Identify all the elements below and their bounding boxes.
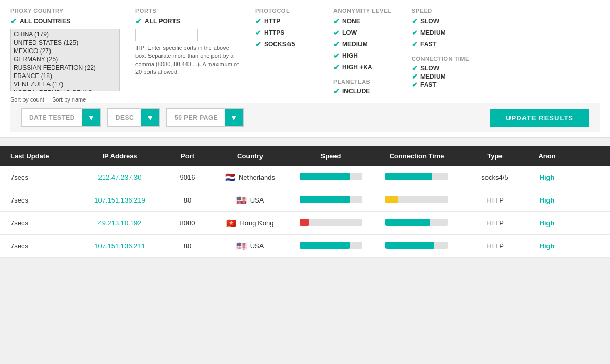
cell-ip[interactable]: 107.151.136.211 <box>73 242 167 250</box>
planetlab-include[interactable]: ✔ INCLUDE <box>333 87 396 95</box>
cell-speed <box>292 173 370 182</box>
speed-bar-fill <box>300 242 350 249</box>
anon-none[interactable]: ✔ NONE <box>333 17 396 26</box>
desc-select[interactable]: DESC ▼ <box>107 108 160 127</box>
ip-link[interactable]: 212.47.237.30 <box>98 173 141 181</box>
list-item[interactable]: MEXICO (27) <box>12 47 118 55</box>
ip-link[interactable]: 107.151.136.219 <box>94 196 145 204</box>
per-page-label: 50 PER PAGE <box>167 110 225 125</box>
header-speed: Speed <box>292 152 370 160</box>
conn-bar-fill <box>385 173 432 180</box>
cell-country: 🇳🇱 Netherlands <box>208 172 292 182</box>
cell-type: HTTP <box>464 196 526 204</box>
anon-low[interactable]: ✔ LOW <box>333 29 396 37</box>
protocol-https[interactable]: ✔ HTTPS <box>255 29 318 37</box>
date-tested-arrow[interactable]: ▼ <box>82 109 100 126</box>
country-name: Netherlands <box>239 173 275 181</box>
speed-bar <box>300 242 362 249</box>
ip-link[interactable]: 107.151.136.211 <box>94 242 145 250</box>
speed-bar <box>300 196 362 203</box>
header-anon: Anon <box>526 152 568 160</box>
protocol-socks[interactable]: ✔ SOCKS4/5 <box>255 40 318 48</box>
speed-bar <box>300 219 362 226</box>
ip-link[interactable]: 49.213.10.192 <box>98 219 141 227</box>
all-countries-label: ALL COUNTRIES <box>20 18 70 25</box>
table-body: 7secs 212.47.237.30 9016 🇳🇱 Netherlands … <box>0 166 610 258</box>
header-ip: IP Address <box>73 152 167 160</box>
conn-bar-fill <box>385 196 398 203</box>
speed-slow[interactable]: ✔ SLOW <box>412 17 474 26</box>
speed-bar-fill <box>300 196 350 203</box>
cell-last-update: 7secs <box>10 242 73 250</box>
anonymity-group: ANONYMITY LEVEL ✔ NONE ✔ LOW ✔ MEDIUM ✔ … <box>333 8 396 95</box>
list-item[interactable]: GERMANY (25) <box>12 55 118 64</box>
cell-last-update: 7secs <box>10 219 73 227</box>
list-item[interactable]: CHINA (179) <box>12 30 118 39</box>
cell-ip[interactable]: 212.47.237.30 <box>73 173 167 181</box>
anon-high[interactable]: ✔ HIGH <box>333 52 396 60</box>
country-list[interactable]: CHINA (179) UNITED STATES (125) MEXICO (… <box>10 29 120 91</box>
sort-links: Sort by count | Sort by name <box>10 96 120 103</box>
ports-title: PORTS <box>135 8 240 14</box>
port-input[interactable] <box>135 29 198 41</box>
cell-port: 9016 <box>167 173 208 181</box>
anonymity-title: ANONYMITY LEVEL <box>333 8 396 14</box>
flag-icon: 🇳🇱 <box>225 172 235 182</box>
conn-bar <box>385 173 448 180</box>
speed-fast[interactable]: ✔ FAST <box>412 40 474 48</box>
header-type: Type <box>464 152 526 160</box>
per-page-arrow[interactable]: ▼ <box>225 109 243 126</box>
cell-conn-time <box>370 196 464 205</box>
conn-fast[interactable]: ✔ FAST <box>412 81 474 89</box>
conn-slow[interactable]: ✔ SLOW <box>412 64 474 72</box>
anon-value: High <box>540 219 555 227</box>
cell-country: 🇭🇰 Hong Kong <box>208 218 292 228</box>
cell-port: 80 <box>167 196 208 204</box>
cell-conn-time <box>370 219 464 228</box>
cell-anon: High <box>526 173 568 181</box>
all-ports-check[interactable]: ✔ ALL PORTS <box>135 17 240 26</box>
conn-time-title: CONNECTION TIME <box>412 56 474 62</box>
conn-bar <box>385 242 448 249</box>
per-page-select[interactable]: 50 PER PAGE ▼ <box>166 108 244 127</box>
results-section: Last Update IP Address Port Country Spee… <box>0 146 610 258</box>
update-results-button[interactable]: UPDATE RESULTS <box>490 109 589 127</box>
flag-icon: 🇺🇸 <box>236 195 247 205</box>
sort-by-name-link[interactable]: Sort by name <box>52 96 86 103</box>
list-item[interactable]: FRANCE (18) <box>12 72 118 80</box>
table-row: 7secs 107.151.136.211 80 🇺🇸 USA HTTP Hig… <box>0 235 610 258</box>
list-item[interactable]: KOREA, REPUBLIC OF (16) <box>12 89 118 91</box>
check-icon-ports: ✔ <box>135 17 142 26</box>
sort-by-count-link[interactable]: Sort by count <box>10 96 44 103</box>
date-tested-select[interactable]: DATE TESTED ▼ <box>21 108 101 127</box>
port-tip: TIP: Enter specific ports in the above b… <box>135 44 240 77</box>
country-name: Hong Kong <box>240 219 273 227</box>
protocol-http[interactable]: ✔ HTTP <box>255 17 318 26</box>
ports-group: PORTS ✔ ALL PORTS TIP: Enter specific po… <box>135 8 240 77</box>
list-item[interactable]: VENEZUELA (17) <box>12 80 118 89</box>
anon-value: High <box>540 173 555 181</box>
speed-medium[interactable]: ✔ MEDIUM <box>412 29 474 37</box>
table-row: 7secs 49.213.10.192 8080 🇭🇰 Hong Kong HT… <box>0 212 610 235</box>
cell-anon: High <box>526 242 568 250</box>
list-item[interactable]: RUSSIAN FEDERATION (22) <box>12 64 118 72</box>
anon-medium[interactable]: ✔ MEDIUM <box>333 40 396 48</box>
conn-medium[interactable]: ✔ MEDIUM <box>412 72 474 81</box>
desc-arrow[interactable]: ▼ <box>141 109 159 126</box>
protocol-title: PROTOCOL <box>255 8 318 14</box>
cell-country: 🇺🇸 USA <box>208 195 292 205</box>
header-last-update: Last Update <box>10 152 73 160</box>
cell-ip[interactable]: 107.151.136.219 <box>73 196 167 204</box>
date-tested-label: DATE TESTED <box>22 110 82 125</box>
all-countries-check[interactable]: ✔ ALL COUNTRIES <box>10 17 120 26</box>
cell-ip[interactable]: 49.213.10.192 <box>73 219 167 227</box>
speed-bar <box>300 173 362 180</box>
protocol-group: PROTOCOL ✔ HTTP ✔ HTTPS ✔ SOCKS4/5 <box>255 8 318 48</box>
desc-label: DESC <box>108 110 141 125</box>
anon-high-ka[interactable]: ✔ HIGH +KA <box>333 63 396 71</box>
header-conn-time: Connection Time <box>370 152 464 160</box>
list-item[interactable]: UNITED STATES (125) <box>12 39 118 47</box>
cell-anon: High <box>526 196 568 204</box>
cell-conn-time <box>370 173 464 182</box>
cell-speed <box>292 196 370 205</box>
